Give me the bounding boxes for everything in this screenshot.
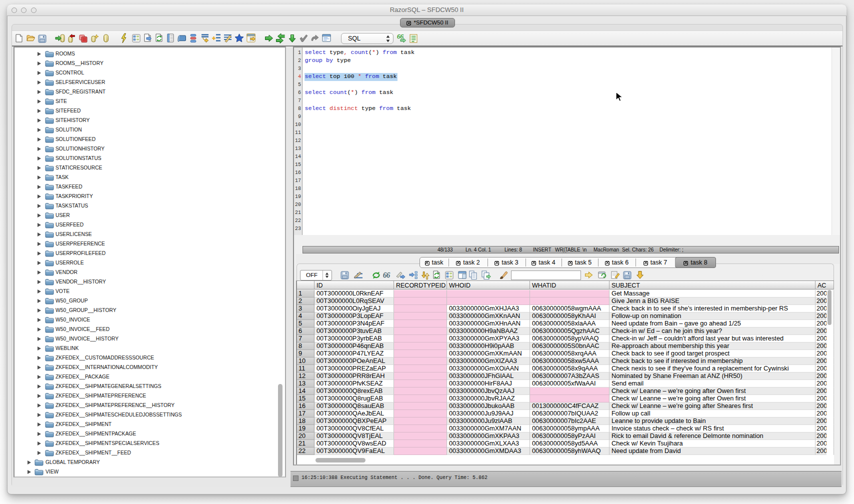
svg-text:66: 66 <box>383 272 390 278</box>
svg-text:66: 66 <box>397 33 404 40</box>
